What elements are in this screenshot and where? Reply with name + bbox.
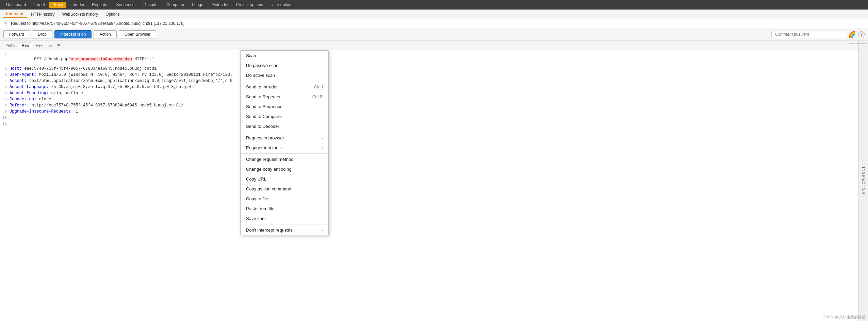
menu-dont-intercept-label: Don't intercept requests	[246, 227, 293, 233]
menu-copy-url[interactable]: Copy URL	[241, 174, 328, 184]
menu-engagement-tools-arrow: ›	[322, 146, 323, 150]
menu-paste-file[interactable]: Paste from file	[241, 204, 328, 214]
menu-send-sequencer-label: Send to Sequencer	[246, 104, 284, 109]
menu-passive-scan-label: Do passive scan	[246, 63, 278, 68]
menu-divider-4	[241, 224, 328, 224]
menu-send-comparer[interactable]: Send to Comparer	[241, 112, 328, 121]
menu-engagement-tools-label: Engagement tools	[246, 145, 282, 150]
menu-send-intruder[interactable]: Send to Intruder Ctrl-I	[241, 82, 328, 92]
menu-change-body-label: Change body encoding	[246, 167, 292, 172]
menu-scan-label: Scan	[246, 53, 256, 58]
menu-send-repeater-shortcut: Ctrl-R	[312, 95, 323, 99]
menu-send-sequencer[interactable]: Send to Sequencer	[241, 102, 328, 112]
menu-send-repeater[interactable]: Send to Repeater Ctrl-R	[241, 92, 328, 102]
menu-copy-curl-label: Copy as curl command	[246, 186, 291, 191]
menu-dont-intercept-arrow: ›	[322, 228, 323, 233]
menu-active-scan-label: Do active scan	[246, 73, 275, 78]
menu-send-intruder-shortcut: Ctrl-I	[314, 85, 323, 89]
menu-send-comparer-label: Send to Comparer	[246, 114, 282, 119]
menu-copy-file[interactable]: Copy to file	[241, 194, 328, 204]
menu-request-browser[interactable]: Request in browser ›	[241, 133, 328, 143]
menu-paste-file-label: Paste from file	[246, 206, 274, 211]
menu-change-body[interactable]: Change body encoding	[241, 164, 328, 174]
menu-send-repeater-label: Send to Repeater	[246, 94, 281, 99]
menu-request-browser-label: Request in browser	[246, 135, 284, 140]
context-menu: Scan Do passive scan Do active scan Send…	[240, 50, 329, 235]
menu-passive-scan[interactable]: Do passive scan	[241, 61, 328, 70]
menu-divider-2	[241, 132, 328, 132]
menu-change-method-label: Change request method	[246, 157, 293, 162]
menu-change-method[interactable]: Change request method	[241, 154, 328, 164]
menu-divider-3	[241, 153, 328, 154]
menu-engagement-tools[interactable]: Engagement tools ›	[241, 143, 328, 153]
menu-send-decoder-label: Send to Decoder	[246, 124, 279, 129]
menu-copy-file-label: Copy to file	[246, 196, 268, 201]
app-container: Dashboard Target Proxy Intruder Repeater…	[0, 0, 868, 321]
menu-request-browser-arrow: ›	[322, 136, 323, 140]
menu-save-item[interactable]: Save item	[241, 214, 328, 223]
menu-divider-1	[241, 81, 328, 81]
menu-active-scan[interactable]: Do active scan	[241, 70, 328, 80]
context-menu-overlay[interactable]: Scan Do passive scan Do active scan Send…	[0, 0, 868, 321]
menu-send-decoder[interactable]: Send to Decoder	[241, 121, 328, 131]
menu-send-intruder-label: Send to Intruder	[246, 84, 278, 89]
menu-copy-url-label: Copy URL	[246, 176, 266, 182]
menu-save-item-label: Save item	[246, 216, 266, 221]
menu-dont-intercept[interactable]: Don't intercept requests ›	[241, 225, 328, 235]
menu-copy-curl[interactable]: Copy as curl command	[241, 184, 328, 194]
menu-scan[interactable]: Scan	[241, 51, 328, 61]
